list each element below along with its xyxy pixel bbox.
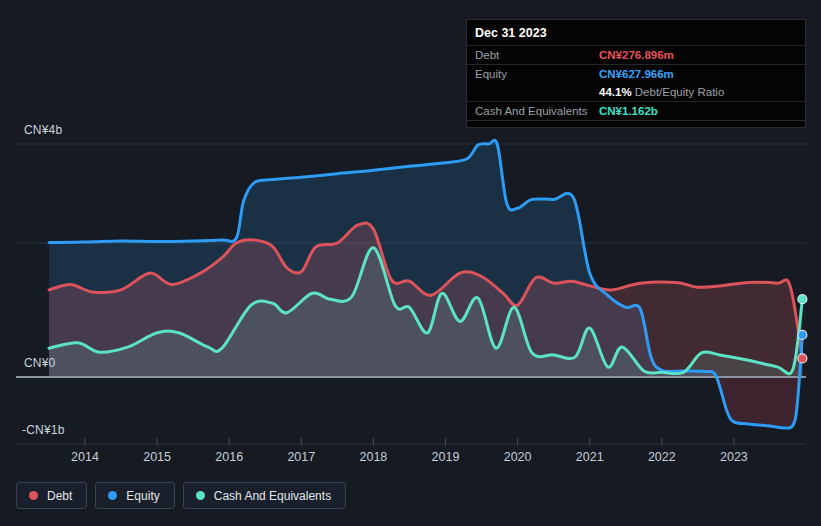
- legend-item-cash[interactable]: Cash And Equivalents: [183, 482, 346, 509]
- debt-dot-icon: [29, 491, 38, 500]
- y-axis-label-neg1b: -CN¥1b: [22, 423, 65, 437]
- tooltip-ratio: 44.1% Debt/Equity Ratio: [599, 86, 724, 98]
- legend-debt-label: Debt: [47, 489, 72, 503]
- cash-dot-icon: [196, 491, 205, 500]
- chart-tooltip: Dec 31 2023 Debt CN¥276.896m Equity CN¥6…: [466, 19, 806, 128]
- debt-end-dot[interactable]: [798, 354, 807, 363]
- y-axis-label-0: CN¥0: [24, 356, 55, 370]
- tooltip-debt-value: CN¥276.896m: [599, 49, 674, 61]
- cash-end-dot[interactable]: [798, 295, 807, 304]
- legend-cash-label: Cash And Equivalents: [214, 489, 331, 503]
- tooltip-cash-label: Cash And Equivalents: [475, 105, 599, 117]
- tooltip-row-equity: Equity CN¥627.966m: [467, 64, 805, 83]
- x-axis-label-2022: 2022: [648, 450, 676, 464]
- x-axis-label-2014: 2014: [71, 450, 99, 464]
- tooltip-row-cash: Cash And Equivalents CN¥1.162b: [467, 101, 805, 121]
- tooltip-cash-value: CN¥1.162b: [599, 105, 658, 117]
- y-axis-label-4b: CN¥4b: [24, 123, 62, 137]
- legend-equity-label: Equity: [126, 489, 159, 503]
- x-axis-label-2018: 2018: [359, 450, 387, 464]
- tooltip-equity-label: Equity: [475, 68, 599, 80]
- x-axis-label-2016: 2016: [215, 450, 243, 464]
- equity-end-dot[interactable]: [798, 330, 807, 339]
- x-axis-label-2023: 2023: [720, 450, 748, 464]
- tooltip-row-debt: Debt CN¥276.896m: [467, 45, 805, 64]
- tooltip-date: Dec 31 2023: [467, 20, 805, 45]
- tooltip-row-ratio: 44.1% Debt/Equity Ratio: [467, 83, 805, 101]
- legend-item-debt[interactable]: Debt: [16, 482, 87, 509]
- equity-dot-icon: [108, 491, 117, 500]
- tooltip-equity-value: CN¥627.966m: [599, 68, 674, 80]
- x-axis-label-2021: 2021: [576, 450, 604, 464]
- chart-legend: Debt Equity Cash And Equivalents: [16, 482, 346, 509]
- tooltip-debt-label: Debt: [475, 49, 599, 61]
- x-axis-label-2017: 2017: [287, 450, 315, 464]
- legend-item-equity[interactable]: Equity: [95, 482, 174, 509]
- x-axis-label-2019: 2019: [432, 450, 460, 464]
- x-axis-label-2020: 2020: [504, 450, 532, 464]
- x-axis-label-2015: 2015: [143, 450, 171, 464]
